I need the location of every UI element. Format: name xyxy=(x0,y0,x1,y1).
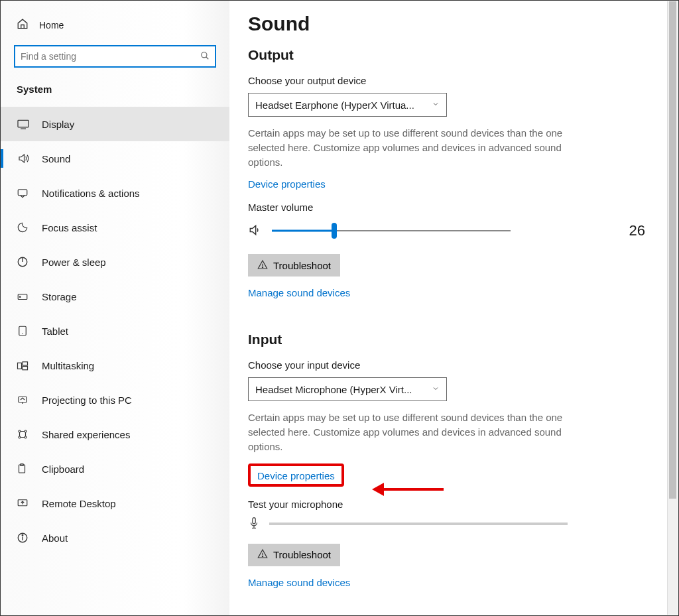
output-device-properties-link[interactable]: Device properties xyxy=(248,178,326,190)
sidebar-item-clipboard[interactable]: Clipboard xyxy=(1,452,229,486)
warning-icon xyxy=(257,548,268,561)
svg-point-17 xyxy=(19,436,21,438)
remote-desktop-icon xyxy=(17,498,30,509)
svg-rect-11 xyxy=(18,363,22,369)
svg-rect-4 xyxy=(18,190,27,196)
sidebar-item-remote-desktop[interactable]: Remote Desktop xyxy=(1,486,229,521)
svg-point-8 xyxy=(20,296,21,298)
test-mic-label: Test your microphone xyxy=(248,499,652,510)
svg-line-1 xyxy=(206,56,209,59)
projecting-icon xyxy=(17,395,30,405)
sidebar-item-label: Multitasking xyxy=(42,360,94,371)
search-input[interactable] xyxy=(21,51,200,62)
sidebar-item-label: Sound xyxy=(42,153,70,164)
input-troubleshoot-button[interactable]: Troubleshoot xyxy=(248,544,340,566)
sound-icon xyxy=(17,153,30,164)
warning-icon xyxy=(257,259,268,272)
svg-point-15 xyxy=(19,430,21,432)
output-heading: Output xyxy=(248,47,652,63)
svg-point-18 xyxy=(25,436,27,438)
microphone-icon xyxy=(248,517,260,532)
home-label: Home xyxy=(39,20,64,31)
svg-point-31 xyxy=(262,556,263,556)
shared-icon xyxy=(17,428,30,440)
sidebar-item-label: Notifications & actions xyxy=(42,188,140,199)
clipboard-icon xyxy=(17,463,30,475)
home-icon xyxy=(17,18,29,32)
chevron-down-icon xyxy=(432,384,440,395)
settings-sidebar: Home System Display Sound xyxy=(1,1,229,615)
sidebar-item-label: Clipboard xyxy=(42,463,84,475)
input-choose-label: Choose your input device xyxy=(248,359,652,371)
svg-point-24 xyxy=(22,535,23,536)
output-device-select[interactable]: Headset Earphone (HyperX Virtua... xyxy=(248,93,447,117)
search-box[interactable] xyxy=(14,45,216,68)
svg-point-0 xyxy=(202,52,207,57)
search-icon xyxy=(200,51,210,62)
speaker-icon[interactable] xyxy=(248,223,261,239)
sidebar-item-label: About xyxy=(42,532,68,544)
sidebar-item-label: Power & sleep xyxy=(42,257,106,268)
sidebar-item-power-sleep[interactable]: Power & sleep xyxy=(1,245,229,279)
sidebar-item-display[interactable]: Display xyxy=(1,107,229,141)
troubleshoot-label: Troubleshoot xyxy=(273,549,331,560)
svg-point-16 xyxy=(25,430,27,432)
svg-rect-13 xyxy=(23,367,28,370)
output-manage-devices-link[interactable]: Manage sound devices xyxy=(248,287,350,298)
svg-rect-2 xyxy=(18,120,29,127)
output-troubleshoot-button[interactable]: Troubleshoot xyxy=(248,254,340,277)
display-icon xyxy=(17,119,30,129)
multitasking-icon xyxy=(17,360,30,371)
sidebar-item-label: Storage xyxy=(42,291,77,302)
sidebar-item-label: Display xyxy=(42,119,74,130)
sidebar-item-projecting[interactable]: Projecting to this PC xyxy=(1,383,229,417)
output-choose-label: Choose your output device xyxy=(248,75,652,86)
main-content: Sound Output Choose your output device H… xyxy=(229,1,678,615)
sidebar-item-sound[interactable]: Sound xyxy=(1,141,229,176)
power-icon xyxy=(17,256,30,268)
input-device-select[interactable]: Headset Microphone (HyperX Virt... xyxy=(248,377,447,401)
svg-rect-12 xyxy=(23,362,28,365)
sidebar-item-multitasking[interactable]: Multitasking xyxy=(1,348,229,383)
home-button[interactable]: Home xyxy=(1,13,229,37)
slider-fill xyxy=(272,230,334,232)
sidebar-item-notifications[interactable]: Notifications & actions xyxy=(1,176,229,210)
input-manage-devices-link[interactable]: Manage sound devices xyxy=(248,577,350,588)
tablet-icon xyxy=(17,325,30,337)
focus-assist-icon xyxy=(17,221,30,233)
page-title: Sound xyxy=(248,13,652,35)
sidebar-item-storage[interactable]: Storage xyxy=(1,279,229,314)
sidebar-item-label: Projecting to this PC xyxy=(42,395,132,406)
slider-thumb[interactable] xyxy=(332,223,337,239)
sidebar-item-tablet[interactable]: Tablet xyxy=(1,314,229,348)
category-header: System xyxy=(1,78,229,107)
master-volume-slider[interactable] xyxy=(272,224,511,237)
vertical-scrollbar[interactable] xyxy=(667,1,678,615)
sidebar-item-shared-experiences[interactable]: Shared experiences xyxy=(1,417,229,452)
master-volume-value: 26 xyxy=(629,222,652,239)
notifications-icon xyxy=(17,188,30,198)
input-device-selected: Headset Microphone (HyperX Virt... xyxy=(255,384,412,395)
sidebar-item-label: Focus assist xyxy=(42,222,97,233)
input-help-text: Certain apps may be set up to use differ… xyxy=(248,410,566,454)
mic-level-bar xyxy=(269,523,568,525)
sidebar-item-label: Shared experiences xyxy=(42,429,130,440)
input-heading: Input xyxy=(248,332,652,347)
svg-rect-27 xyxy=(253,517,256,523)
sidebar-item-label: Tablet xyxy=(42,326,68,337)
annotation-arrow xyxy=(372,483,444,496)
sidebar-item-focus-assist[interactable]: Focus assist xyxy=(1,210,229,245)
troubleshoot-label: Troubleshoot xyxy=(273,260,331,271)
sidebar-item-about[interactable]: About xyxy=(1,521,229,555)
output-device-selected: Headset Earphone (HyperX Virtua... xyxy=(255,99,414,111)
input-device-properties-link[interactable]: Device properties xyxy=(257,470,335,481)
scrollbar-thumb[interactable] xyxy=(669,1,676,499)
master-volume-label: Master volume xyxy=(248,202,652,213)
chevron-down-icon xyxy=(432,99,440,110)
output-help-text: Certain apps may be set up to use differ… xyxy=(248,126,566,169)
svg-point-26 xyxy=(262,267,263,267)
search-container xyxy=(1,37,229,78)
about-icon xyxy=(17,532,30,544)
storage-icon xyxy=(17,291,30,302)
annotation-highlight: Device properties xyxy=(248,463,344,487)
